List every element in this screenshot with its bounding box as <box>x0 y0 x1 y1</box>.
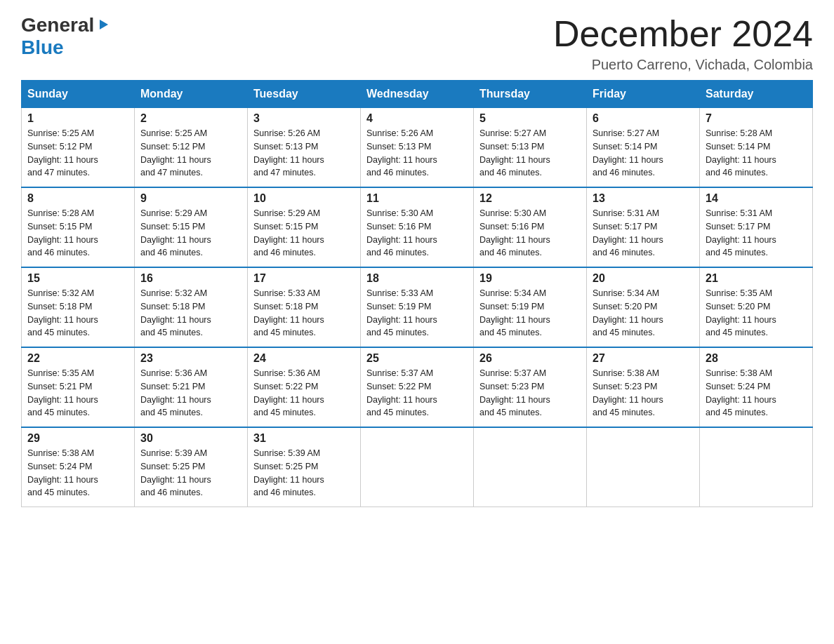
table-row: 31Sunrise: 5:39 AMSunset: 5:25 PMDayligh… <box>248 427 361 507</box>
table-row: 22Sunrise: 5:35 AMSunset: 5:21 PMDayligh… <box>22 347 135 427</box>
location-subtitle: Puerto Carreno, Vichada, Colombia <box>553 57 813 73</box>
day-info: Sunrise: 5:35 AMSunset: 5:21 PMDaylight:… <box>27 367 128 420</box>
svg-marker-0 <box>100 20 108 29</box>
day-number: 20 <box>593 272 694 285</box>
table-row: 16Sunrise: 5:32 AMSunset: 5:18 PMDayligh… <box>135 267 248 347</box>
table-row: 8Sunrise: 5:28 AMSunset: 5:15 PMDaylight… <box>22 187 135 267</box>
day-number: 12 <box>479 192 581 205</box>
day-number: 5 <box>479 112 581 125</box>
day-number: 13 <box>593 192 694 205</box>
day-number: 6 <box>593 112 694 125</box>
calendar-week-5: 29Sunrise: 5:38 AMSunset: 5:24 PMDayligh… <box>22 427 813 507</box>
day-info: Sunrise: 5:33 AMSunset: 5:19 PMDaylight:… <box>366 287 468 340</box>
table-row: 15Sunrise: 5:32 AMSunset: 5:18 PMDayligh… <box>22 267 135 347</box>
day-info: Sunrise: 5:28 AMSunset: 5:14 PMDaylight:… <box>706 127 807 180</box>
table-row <box>700 427 813 507</box>
table-row: 17Sunrise: 5:33 AMSunset: 5:18 PMDayligh… <box>248 267 361 347</box>
col-sunday: Sunday <box>22 81 135 108</box>
table-row: 20Sunrise: 5:34 AMSunset: 5:20 PMDayligh… <box>587 267 700 347</box>
day-number: 9 <box>140 192 241 205</box>
table-row: 10Sunrise: 5:29 AMSunset: 5:15 PMDayligh… <box>248 187 361 267</box>
day-number: 30 <box>140 432 241 445</box>
day-number: 29 <box>27 432 128 445</box>
day-info: Sunrise: 5:29 AMSunset: 5:15 PMDaylight:… <box>140 207 241 260</box>
month-year-title: December 2024 <box>553 14 813 54</box>
table-row: 4Sunrise: 5:26 AMSunset: 5:13 PMDaylight… <box>361 108 474 188</box>
day-number: 22 <box>27 352 128 365</box>
calendar-week-2: 8Sunrise: 5:28 AMSunset: 5:15 PMDaylight… <box>22 187 813 267</box>
day-number: 2 <box>140 112 241 125</box>
col-tuesday: Tuesday <box>248 81 361 108</box>
table-row: 7Sunrise: 5:28 AMSunset: 5:14 PMDaylight… <box>700 108 813 188</box>
table-row: 24Sunrise: 5:36 AMSunset: 5:22 PMDayligh… <box>248 347 361 427</box>
table-row: 19Sunrise: 5:34 AMSunset: 5:19 PMDayligh… <box>474 267 587 347</box>
day-info: Sunrise: 5:30 AMSunset: 5:16 PMDaylight:… <box>479 207 581 260</box>
day-info: Sunrise: 5:39 AMSunset: 5:25 PMDaylight:… <box>140 447 241 499</box>
table-row: 1Sunrise: 5:25 AMSunset: 5:12 PMDaylight… <box>22 108 135 188</box>
calendar-week-1: 1Sunrise: 5:25 AMSunset: 5:12 PMDaylight… <box>22 108 813 188</box>
day-info: Sunrise: 5:27 AMSunset: 5:14 PMDaylight:… <box>593 127 694 180</box>
day-info: Sunrise: 5:28 AMSunset: 5:15 PMDaylight:… <box>27 207 128 260</box>
table-row: 12Sunrise: 5:30 AMSunset: 5:16 PMDayligh… <box>474 187 587 267</box>
day-number: 15 <box>27 272 128 285</box>
day-number: 3 <box>253 112 355 125</box>
day-info: Sunrise: 5:31 AMSunset: 5:17 PMDaylight:… <box>706 207 807 260</box>
day-number: 27 <box>593 352 694 365</box>
table-row: 5Sunrise: 5:27 AMSunset: 5:13 PMDaylight… <box>474 108 587 188</box>
day-info: Sunrise: 5:36 AMSunset: 5:21 PMDaylight:… <box>140 367 241 420</box>
col-friday: Friday <box>587 81 700 108</box>
day-number: 24 <box>253 352 355 365</box>
day-info: Sunrise: 5:26 AMSunset: 5:13 PMDaylight:… <box>366 127 468 180</box>
table-row: 6Sunrise: 5:27 AMSunset: 5:14 PMDaylight… <box>587 108 700 188</box>
day-info: Sunrise: 5:37 AMSunset: 5:22 PMDaylight:… <box>366 367 468 420</box>
table-row <box>474 427 587 507</box>
page-header: General Blue December 2024 Puerto Carren… <box>21 14 813 73</box>
day-number: 7 <box>706 112 807 125</box>
table-row: 25Sunrise: 5:37 AMSunset: 5:22 PMDayligh… <box>361 347 474 427</box>
day-number: 8 <box>27 192 128 205</box>
table-row: 26Sunrise: 5:37 AMSunset: 5:23 PMDayligh… <box>474 347 587 427</box>
title-area: December 2024 Puerto Carreno, Vichada, C… <box>553 14 813 73</box>
day-info: Sunrise: 5:38 AMSunset: 5:24 PMDaylight:… <box>27 447 128 499</box>
logo-triangle-icon <box>97 18 110 34</box>
table-row: 2Sunrise: 5:25 AMSunset: 5:12 PMDaylight… <box>135 108 248 188</box>
day-number: 11 <box>366 192 468 205</box>
logo-blue: Blue <box>21 36 64 58</box>
day-number: 19 <box>479 272 581 285</box>
table-row: 11Sunrise: 5:30 AMSunset: 5:16 PMDayligh… <box>361 187 474 267</box>
day-info: Sunrise: 5:25 AMSunset: 5:12 PMDaylight:… <box>140 127 241 180</box>
day-info: Sunrise: 5:38 AMSunset: 5:23 PMDaylight:… <box>593 367 694 420</box>
day-number: 17 <box>253 272 355 285</box>
day-number: 4 <box>366 112 468 125</box>
table-row <box>361 427 474 507</box>
day-info: Sunrise: 5:26 AMSunset: 5:13 PMDaylight:… <box>253 127 355 180</box>
table-row: 23Sunrise: 5:36 AMSunset: 5:21 PMDayligh… <box>135 347 248 427</box>
day-info: Sunrise: 5:34 AMSunset: 5:19 PMDaylight:… <box>479 287 581 340</box>
day-number: 25 <box>366 352 468 365</box>
table-row: 18Sunrise: 5:33 AMSunset: 5:19 PMDayligh… <box>361 267 474 347</box>
col-saturday: Saturday <box>700 81 813 108</box>
day-info: Sunrise: 5:37 AMSunset: 5:23 PMDaylight:… <box>479 367 581 420</box>
table-row: 29Sunrise: 5:38 AMSunset: 5:24 PMDayligh… <box>22 427 135 507</box>
day-number: 28 <box>706 352 807 365</box>
weekday-header-row: Sunday Monday Tuesday Wednesday Thursday… <box>22 81 813 108</box>
day-info: Sunrise: 5:34 AMSunset: 5:20 PMDaylight:… <box>593 287 694 340</box>
col-monday: Monday <box>135 81 248 108</box>
day-info: Sunrise: 5:27 AMSunset: 5:13 PMDaylight:… <box>479 127 581 180</box>
day-info: Sunrise: 5:31 AMSunset: 5:17 PMDaylight:… <box>593 207 694 260</box>
day-number: 26 <box>479 352 581 365</box>
calendar-week-4: 22Sunrise: 5:35 AMSunset: 5:21 PMDayligh… <box>22 347 813 427</box>
day-info: Sunrise: 5:38 AMSunset: 5:24 PMDaylight:… <box>706 367 807 420</box>
day-number: 10 <box>253 192 355 205</box>
day-number: 23 <box>140 352 241 365</box>
day-info: Sunrise: 5:36 AMSunset: 5:22 PMDaylight:… <box>253 367 355 420</box>
logo: General Blue <box>21 14 110 59</box>
table-row <box>587 427 700 507</box>
day-number: 21 <box>706 272 807 285</box>
day-number: 31 <box>253 432 355 445</box>
day-info: Sunrise: 5:35 AMSunset: 5:20 PMDaylight:… <box>706 287 807 340</box>
table-row: 9Sunrise: 5:29 AMSunset: 5:15 PMDaylight… <box>135 187 248 267</box>
day-info: Sunrise: 5:25 AMSunset: 5:12 PMDaylight:… <box>27 127 128 180</box>
calendar-week-3: 15Sunrise: 5:32 AMSunset: 5:18 PMDayligh… <box>22 267 813 347</box>
col-wednesday: Wednesday <box>361 81 474 108</box>
